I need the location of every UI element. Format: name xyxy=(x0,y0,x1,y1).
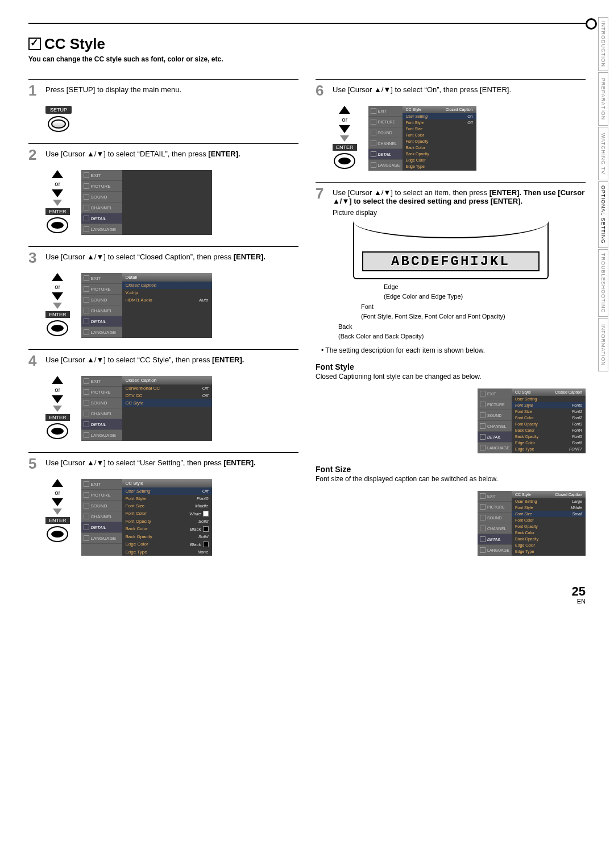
menu-title: Detail xyxy=(122,273,212,282)
menu-row: Edge Type xyxy=(512,548,586,555)
menu-item-icon xyxy=(371,119,376,125)
menu-item-icon xyxy=(84,421,89,427)
menu-row: Edge Type xyxy=(403,163,476,170)
menu-row: Font StyleOff xyxy=(403,119,476,126)
down-arrow-gray-icon xyxy=(53,406,62,412)
menu-item-icon xyxy=(84,216,89,221)
menu-side-item: LANGUAGE xyxy=(81,533,122,544)
menu-row: Font Color xyxy=(403,132,476,138)
menu-item-label: EXIT xyxy=(91,173,101,178)
side-tab-watching-tv[interactable]: WATCHING TV xyxy=(598,127,608,180)
menu-item-label: CHANNEL xyxy=(91,514,113,519)
menu-row: User SettingOn xyxy=(403,113,476,119)
menu-side-item: CHANNEL xyxy=(478,421,512,432)
menu-item-label: PICTURE xyxy=(91,287,111,292)
cursor-enter-illustration: or ENTER xyxy=(45,170,70,233)
menu-row: Font Size xyxy=(403,126,476,132)
enter-label: ENTER xyxy=(45,517,70,524)
menu-side-item: DETAIL xyxy=(368,149,403,160)
menu-item-label: EXIT xyxy=(91,482,101,487)
font-size-heading: Font Size xyxy=(316,465,586,474)
up-arrow-icon xyxy=(52,170,63,178)
enter-label: ENTER xyxy=(45,414,70,421)
menu-row: Back Opacity xyxy=(403,151,476,157)
menu-cc-style-on: EXITPICTURESOUNDCHANNELDETAILLANGUAGE CC… xyxy=(368,106,476,171)
menu-row: Conventional CCOff xyxy=(122,385,212,392)
or-label: or xyxy=(55,386,60,393)
menu-item-icon xyxy=(84,286,89,292)
menu-item-icon xyxy=(84,524,89,530)
menu-row: Edge Color xyxy=(403,157,476,163)
menu-item-icon xyxy=(84,297,89,303)
step-number: 3 xyxy=(28,250,41,265)
menu-side-item: SOUND xyxy=(478,512,512,523)
menu-side-item: DETAIL xyxy=(81,522,122,533)
side-tab-introduction[interactable]: INTRODUCTION xyxy=(598,17,608,71)
menu-row: Back OpacityFont5 xyxy=(512,433,586,440)
step-number: 2 xyxy=(28,147,41,162)
down-arrow-gray-icon xyxy=(53,200,62,206)
menu-side-item: PICTURE xyxy=(81,181,122,192)
menu-row: User SettingOff xyxy=(122,487,212,495)
menu-item-label: DETAIL xyxy=(378,152,392,156)
menu-side-item: CHANNEL xyxy=(81,511,122,522)
or-label: or xyxy=(342,116,347,123)
menu-item-icon xyxy=(84,172,89,178)
menu-item-icon xyxy=(84,503,89,509)
menu-item-icon xyxy=(480,493,486,499)
menu-item-label: DETAIL xyxy=(91,319,106,324)
down-arrow-gray-icon xyxy=(340,135,349,142)
menu-item-icon xyxy=(480,434,486,440)
menu-detail: EXITPICTURESOUNDCHANNELDETAILLANGUAGE De… xyxy=(81,273,212,338)
side-tab-troubleshooting[interactable]: TROUBLESHOOTING xyxy=(598,249,608,317)
cc-sample-text: ABCDEFGHIJKL xyxy=(362,251,540,271)
enter-button-icon xyxy=(47,423,68,439)
menu-item-label: EXIT xyxy=(91,276,101,281)
setup-button-illustration: SETUP xyxy=(45,106,72,132)
menu-side-item: CHANNEL xyxy=(368,138,403,149)
menu-row: Font Opacity xyxy=(403,138,476,144)
menu-item-icon xyxy=(480,423,486,429)
menu-side-item: CHANNEL xyxy=(478,523,512,534)
font-size-text: Font size of the displayed caption can b… xyxy=(316,475,586,483)
side-tab-preparation[interactable]: PREPARATION xyxy=(598,72,608,126)
menu-item-label: SOUND xyxy=(91,297,107,303)
menu-row: Font Color xyxy=(512,517,586,523)
menu-item-label: SOUND xyxy=(91,503,107,509)
menu-item-label: EXIT xyxy=(91,379,101,384)
menu-side-item: PICTURE xyxy=(478,502,512,512)
setup-label: SETUP xyxy=(45,106,72,114)
menu-side-item: SOUND xyxy=(81,398,122,408)
down-arrow-icon xyxy=(339,125,350,133)
menu-item-icon xyxy=(84,535,89,541)
menu-side-item: PICTURE xyxy=(478,399,512,410)
step-5: 5 Use [Cursor ▲/▼] to select “User Setti… xyxy=(28,456,298,471)
down-arrow-icon xyxy=(52,189,63,197)
menu-item-icon xyxy=(84,194,89,200)
side-tab-information[interactable]: INFORMATION xyxy=(598,318,608,371)
menu-row: Font SizeFont1 xyxy=(512,408,586,415)
menu-item-icon xyxy=(84,400,89,406)
step-1: 1 Press [SETUP] to display the main menu… xyxy=(28,83,298,98)
step-number: 1 xyxy=(28,83,41,98)
step-number: 5 xyxy=(28,456,41,471)
menu-item-label: PICTURE xyxy=(91,493,111,498)
menu-side-item: SOUND xyxy=(81,192,122,202)
side-tab-optional-setting[interactable]: OPTIONAL SETTING xyxy=(598,181,608,248)
menu-side-item: DETAIL xyxy=(478,534,512,545)
menu-item-icon xyxy=(84,432,89,438)
picture-display-label: Picture display xyxy=(333,209,586,217)
right-column: 6 Use [Cursor ▲/▼] to select “On”, then … xyxy=(316,73,586,567)
menu-side-item: EXIT xyxy=(368,106,403,117)
enter-button-icon xyxy=(47,526,68,542)
menu-item-icon xyxy=(84,226,89,232)
menu-item-label: LANGUAGE xyxy=(487,446,509,450)
cursor-enter-illustration: or ENTER xyxy=(45,376,70,439)
down-arrow-icon xyxy=(52,498,63,506)
up-arrow-icon xyxy=(52,376,63,384)
top-rule xyxy=(28,23,586,24)
menu-row: User Setting xyxy=(512,396,586,402)
menu-row: Edge ColorBlack xyxy=(122,540,212,548)
menu-item-label: EXIT xyxy=(487,494,496,498)
menu-item-icon xyxy=(84,411,89,416)
